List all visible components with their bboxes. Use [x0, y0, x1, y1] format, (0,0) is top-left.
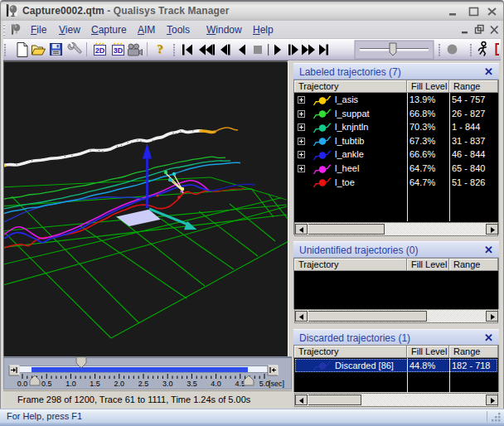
svg-text:[sec]: [sec] — [269, 380, 284, 388]
svg-text:3D: 3D — [114, 46, 124, 55]
svg-text:3.5: 3.5 — [187, 380, 197, 388]
svg-text:1.5: 1.5 — [90, 380, 100, 388]
svg-text:3.0: 3.0 — [162, 380, 173, 388]
svg-text:4.0: 4.0 — [211, 380, 221, 388]
svg-text:2.0: 2.0 — [114, 380, 125, 388]
svg-text:0.5: 0.5 — [41, 380, 52, 388]
svg-text:0.0: 0.0 — [17, 380, 28, 388]
svg-text:2D: 2D — [95, 46, 105, 55]
svg-text:2.5: 2.5 — [138, 380, 149, 388]
svg-text:1.0: 1.0 — [65, 380, 76, 388]
svg-text:?: ? — [157, 42, 163, 56]
